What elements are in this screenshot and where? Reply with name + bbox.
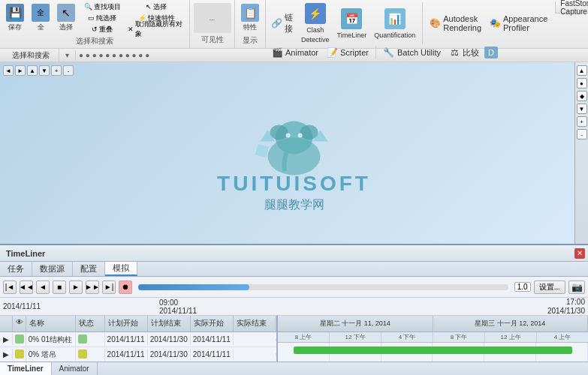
td-status-2: [76, 348, 104, 362]
td-actual-start-1: 2014/11/11: [191, 334, 234, 345]
visibility-items: ...: [194, 3, 231, 33]
right-sidebar: ▲ ● ◆ ▼ + -: [574, 62, 588, 254]
nav-btn-zoom-in[interactable]: +: [51, 65, 62, 76]
tl-btn-start[interactable]: |◄: [3, 280, 17, 294]
tl-chart-date2: 星期三 十一月 12, 2014: [433, 316, 589, 332]
display-items: 📋 特性: [238, 2, 262, 34]
appearance-profiler-tool[interactable]: 🎭 Appearance Profiler: [487, 14, 550, 33]
nav-btn-left[interactable]: ◄: [3, 65, 14, 76]
nav-btn-down[interactable]: ▼: [39, 65, 50, 76]
toolbar-section-select: 💾 保存 全 全 ↖ 选择 🔍 查找项目 ▭ 纯选择: [0, 0, 190, 48]
fps-control[interactable]: 1.0: [514, 282, 531, 292]
tl-btn-prev-fast[interactable]: ◄◄: [20, 280, 33, 294]
td-actual-end-1: [234, 338, 276, 341]
tl-btn-end[interactable]: ►|: [102, 280, 116, 294]
full-button[interactable]: 全 全: [29, 2, 53, 34]
quant-label: Quantification: [374, 32, 415, 39]
tl-table-body: ▶ 0% 01结构柱 2014/11/11 2014/11/30 2014/11…: [0, 332, 276, 362]
date1-label: 星期二 十一月 11, 2014: [320, 319, 390, 328]
tab-datasource[interactable]: 数据源: [32, 262, 73, 276]
tl-progress-bar[interactable]: [138, 284, 508, 290]
sidebar-btn-6[interactable]: -: [577, 129, 587, 140]
display-section-label: 显示: [243, 35, 258, 46]
properties-button[interactable]: 📋 特性: [238, 2, 262, 34]
appearance-label: Appearance Profiler: [503, 14, 548, 32]
timeliner-close[interactable]: ✕: [574, 248, 585, 259]
table-row[interactable]: ▶ 0% 01结构柱 2014/11/11 2014/11/30 2014/11…: [0, 332, 276, 347]
faststone-label: FastStone Capture: [560, 0, 588, 16]
toolbar-section-visibility: ... 可见性: [190, 0, 235, 48]
tl-table-header: 👁 名称 状态 计划开始 计划结束 实际开始 实际结束: [0, 316, 276, 332]
tl-edit-button[interactable]: 设置...: [534, 280, 565, 294]
status-icon-1: [15, 334, 24, 344]
sidebar-btn-1[interactable]: ▲: [577, 65, 587, 76]
select2-icon: ↖: [146, 3, 152, 10]
bottom-tab-animator[interactable]: Animator: [52, 362, 98, 375]
reselect-label: 重叠: [99, 25, 113, 34]
nav-btn-zoom-out[interactable]: -: [63, 65, 74, 76]
table-row[interactable]: ▶ 0% 塔吊 2014/11/11 2014/11/30 2014/11/11: [0, 347, 276, 362]
clash-icon: ⚡: [305, 3, 326, 24]
tl-th-status: 状态: [76, 316, 104, 332]
visibility-placeholder: ...: [194, 3, 231, 33]
link-tool[interactable]: 🔗 链接: [269, 11, 296, 35]
clash-detective-tool[interactable]: ⚡ Clash Detective: [299, 2, 332, 44]
tab-config[interactable]: 配置: [73, 262, 105, 276]
tl-date-display: 2014/11/11: [159, 307, 197, 315]
reselect-button[interactable]: ↺ 重叠: [80, 24, 125, 34]
autodesk-rendering-tool[interactable]: 🎨 Autodesk Rendering: [427, 14, 484, 33]
cancel-icon: ✕: [128, 26, 134, 33]
nav-btn-up[interactable]: ▲: [27, 65, 38, 76]
svg-point-4: [286, 133, 291, 137]
find-icon: 🔍: [84, 3, 92, 10]
full-label: 全: [38, 22, 44, 32]
pure-select-label: 纯选择: [96, 14, 116, 23]
tl-th-actual-end: 实际结束: [234, 316, 276, 332]
tl-time-display: 09:00: [159, 298, 178, 307]
watermark: TUITUISOFT 腿腿教学网: [217, 104, 371, 212]
tl-btn-prev[interactable]: ◄: [36, 280, 50, 294]
svg-point-5: [298, 133, 303, 137]
select-section-label: 选择和搜索: [76, 36, 113, 46]
select2-label: 选择: [153, 2, 167, 12]
right-tools-row1: 🔗 链接 ⚡ Clash Detective 📅 TimeLiner 📊 Qua…: [269, 2, 550, 45]
clash-label: Clash: [306, 26, 324, 34]
toolbar-select-items: 💾 保存 全 全 ↖ 选择 🔍 查找项目 ▭ 纯选择: [3, 2, 186, 34]
tab-simulate[interactable]: 模拟: [105, 262, 137, 276]
tl-btn-record[interactable]: ⏺: [119, 280, 132, 294]
tl-camera-button[interactable]: 📷: [568, 280, 585, 294]
sidebar-btn-4[interactable]: ▼: [577, 104, 587, 114]
save-button[interactable]: 💾 保存: [3, 2, 27, 34]
select2-button[interactable]: ↖ 选择: [126, 2, 186, 12]
visibility-section-label: 可见性: [201, 34, 224, 45]
sub-label-1: 12 下午: [330, 332, 381, 342]
tl-btn-next-fast[interactable]: ►►: [86, 280, 99, 294]
bottom-tab-timeliner[interactable]: TimeLiner: [0, 362, 52, 375]
tl-btn-play[interactable]: ►: [69, 280, 83, 294]
select-icon: ↖: [57, 4, 75, 22]
reselect-icon: ↺: [92, 26, 98, 33]
sidebar-btn-2[interactable]: ●: [577, 78, 587, 88]
tl-th-plan-start: 计划开始: [105, 316, 148, 332]
td-eye-1: [13, 333, 26, 346]
find-item-button[interactable]: 🔍 查找项目: [80, 2, 125, 12]
tab-task[interactable]: 任务: [0, 262, 32, 276]
section-tab-select[interactable]: 选择和搜索: [3, 49, 59, 62]
quant-icon: 📊: [384, 8, 406, 29]
quantification-tool[interactable]: 📊 Quantification: [372, 8, 418, 40]
status-yellow-2: [78, 350, 87, 358]
nav-path: ● ● ● ● ● ● ● ● ● ● ●: [76, 51, 585, 59]
td-name-2: 0% 塔吊: [26, 348, 77, 362]
tl-btn-stop[interactable]: ■: [53, 280, 66, 294]
select-button[interactable]: ↖ 选择: [54, 2, 78, 34]
nav-btn-right[interactable]: ►: [15, 65, 26, 76]
td-plan-end-2: 2014/11/30: [148, 349, 191, 360]
status-icon-2: [15, 350, 24, 358]
cancel-button[interactable]: ✕ 取消隐藏所有对象: [126, 24, 186, 34]
pure-select-button[interactable]: ▭ 纯选择: [80, 13, 125, 23]
breadcrumb-separator: ▾: [59, 50, 76, 60]
main-toolbar: 💾 保存 全 全 ↖ 选择 🔍 查找项目 ▭ 纯选择: [0, 0, 588, 49]
sidebar-btn-3[interactable]: ◆: [577, 91, 587, 101]
sidebar-btn-5[interactable]: +: [577, 116, 587, 127]
timeliner-tool[interactable]: 📅 TimeLiner: [335, 8, 369, 40]
